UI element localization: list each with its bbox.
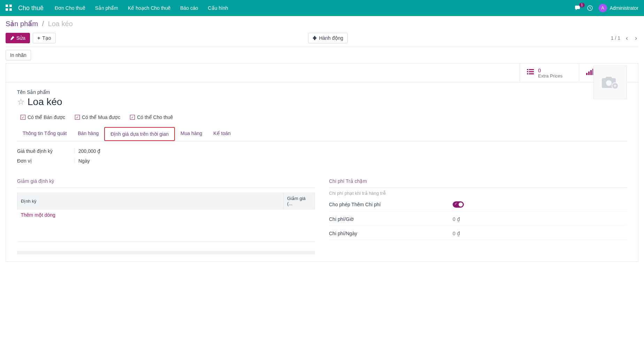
avatar: A — [599, 4, 607, 12]
field-rent-price-label: Giá thuê định kỳ — [17, 148, 75, 154]
nav-item-orders[interactable]: Đơn Cho thuê — [55, 5, 85, 11]
discount-section: Giảm giá định kỳ Định kỳ Giảm giá (... T… — [17, 178, 315, 254]
action-row: Sửa + Tạo Hành động 1 / 1 ‹ › — [6, 33, 638, 47]
nav-brand[interactable]: Cho thuê — [18, 5, 44, 12]
form-footer-bar — [17, 251, 315, 254]
plus-icon: + — [37, 35, 40, 41]
svg-rect-7 — [527, 71, 528, 72]
toggle-allow-extra-cost[interactable]: ✓ — [453, 201, 464, 208]
list-icon — [527, 69, 534, 77]
svg-rect-3 — [9, 8, 12, 11]
discount-col-discount: Giảm giá (... — [284, 193, 315, 209]
checkbox-row: ✓ Có thể Bán được ✓ Có thể Mua được ✓ Có… — [17, 114, 627, 120]
edit-button[interactable]: Sửa — [6, 33, 30, 43]
pager: 1 / 1 — [611, 35, 620, 41]
svg-rect-14 — [592, 69, 593, 75]
stat-extra-prices[interactable]: 0 Extra Prices — [520, 64, 579, 82]
field-rent-price: Giá thuê định kỳ 200,000 ₫ — [17, 148, 315, 154]
checkbox-can-sell-label: Có thể Bán được — [28, 114, 65, 120]
checkbox-icon: ✓ — [130, 115, 135, 120]
checkbox-can-buy[interactable]: ✓ Có thể Mua được — [75, 114, 120, 120]
product-name: Loa kéo — [28, 96, 62, 107]
action-button[interactable]: Hành động — [308, 33, 348, 43]
edit-button-label: Sửa — [16, 35, 25, 41]
bars-icon — [586, 69, 593, 77]
product-title-row: ☆ Loa kéo — [17, 96, 627, 107]
nav-right: 1 A Administrator — [575, 4, 638, 12]
late-cost-hour-label: Chi phí/Giờ — [329, 216, 453, 222]
table-row: Thêm một dòng — [17, 209, 315, 221]
section-row: Giảm giá định kỳ Định kỳ Giảm giá (... T… — [17, 178, 627, 254]
check-icon: ✓ — [454, 202, 457, 206]
stat-extra-prices-value: 0 — [538, 67, 562, 73]
svg-rect-6 — [529, 69, 534, 70]
checkbox-icon: ✓ — [75, 115, 80, 120]
pager-prev[interactable]: ‹ — [624, 33, 629, 43]
tab-time-pricing[interactable]: Định giá dựa trên thời gian — [104, 127, 175, 141]
control-bar: Sản phẩm / Loa kéo Sửa + Tạo Hành động 1… — [0, 16, 644, 47]
messages-icon[interactable]: 1 — [575, 5, 581, 11]
svg-rect-11 — [586, 73, 588, 75]
print-label-button[interactable]: In nhãn — [6, 50, 31, 60]
late-section-title: Chi phí Trả chậm — [329, 178, 627, 188]
messages-badge: 1 — [579, 3, 585, 7]
nav-menu: Đơn Cho thuê Sản phẩm Kế hoạch Cho thuê … — [55, 5, 575, 11]
checkbox-can-rent-label: Có thể Cho thuê — [137, 114, 173, 120]
form-body: Tên Sản phẩm ☆ Loa kéo ✓ Có thể Bán được… — [6, 82, 638, 261]
field-rent-price-value: 200,000 ₫ — [75, 148, 315, 154]
svg-rect-5 — [527, 69, 528, 70]
breadcrumb-sep: / — [42, 20, 44, 28]
discount-col-period: Định kỳ — [17, 193, 284, 209]
secondary-row: In nhãn — [0, 47, 644, 63]
checkbox-can-sell[interactable]: ✓ Có thể Bán được — [21, 114, 65, 120]
field-unit: Đơn vị Ngày — [17, 158, 315, 164]
late-cost-day-value: 0 ₫ — [453, 231, 460, 236]
late-cost-hour-row: Chi phí/Giờ 0 ₫ — [329, 216, 627, 226]
field-unit-value: Ngày — [75, 158, 315, 164]
tab-accounting[interactable]: Kế toán — [208, 127, 236, 141]
pager-next[interactable]: › — [634, 33, 638, 43]
stat-buttons: 0 Extra Prices 0,00 Đơn vị Đã bán — [6, 64, 638, 82]
user-menu[interactable]: A Administrator — [599, 4, 638, 12]
stat-extra-prices-label: Extra Prices — [538, 73, 562, 79]
breadcrumb-root[interactable]: Sản phẩm — [6, 20, 38, 28]
late-cost-section: Chi phí Trả chậm Chi phí phạt khi trả hà… — [329, 178, 627, 254]
action-left: Sửa + Tạo — [6, 33, 308, 43]
create-button-label: Tạo — [42, 35, 51, 41]
late-section-desc: Chi phí phạt khi trả hàng trễ — [329, 191, 627, 196]
nav-item-schedule[interactable]: Kế hoạch Cho thuê — [128, 5, 170, 11]
nav-item-reports[interactable]: Báo cáo — [180, 5, 198, 11]
breadcrumb: Sản phẩm / Loa kéo — [6, 20, 638, 28]
tab-sales[interactable]: Bán hàng — [72, 127, 104, 141]
svg-rect-13 — [590, 70, 592, 75]
product-image-placeholder[interactable] — [593, 66, 627, 99]
svg-rect-9 — [527, 73, 528, 74]
product-name-label: Tên Sản phẩm — [17, 89, 627, 95]
action-button-label: Hành động — [319, 35, 343, 41]
late-cost-day-label: Chi phí/Ngày — [329, 231, 453, 236]
activity-icon[interactable] — [587, 5, 593, 11]
tab-purchase[interactable]: Mua hàng — [175, 127, 208, 141]
action-right: 1 / 1 ‹ › — [611, 33, 638, 43]
top-nav: Cho thuê Đơn Cho thuê Sản phẩm Kế hoạch … — [0, 0, 644, 16]
late-allow-row: Cho phép Thêm Chi phí ✓ — [329, 201, 627, 211]
discount-table: Định kỳ Giảm giá (... Thêm một dòng — [17, 193, 315, 242]
svg-rect-8 — [529, 71, 534, 72]
svg-rect-1 — [9, 5, 12, 7]
add-line-link[interactable]: Thêm một dòng — [21, 212, 55, 218]
create-button[interactable]: + Tạo — [33, 33, 56, 43]
apps-icon[interactable] — [6, 5, 13, 12]
svg-rect-10 — [529, 73, 534, 74]
late-cost-hour-value: 0 ₫ — [453, 216, 460, 222]
checkbox-can-rent[interactable]: ✓ Có thể Cho thuê — [130, 114, 173, 120]
favorite-star-icon[interactable]: ☆ — [17, 97, 25, 107]
pager-total: 1 — [618, 35, 620, 41]
field-unit-label: Đơn vị — [17, 158, 75, 164]
svg-rect-0 — [6, 5, 8, 7]
form-sheet: 0 Extra Prices 0,00 Đơn vị Đã bán Tên Sả… — [6, 63, 638, 262]
tab-general[interactable]: Thông tin Tổng quát — [17, 127, 72, 141]
nav-item-products[interactable]: Sản phẩm — [95, 5, 118, 11]
pager-current: 1 — [611, 35, 614, 41]
checkbox-icon: ✓ — [21, 115, 25, 120]
nav-item-config[interactable]: Cấu hình — [208, 5, 228, 11]
